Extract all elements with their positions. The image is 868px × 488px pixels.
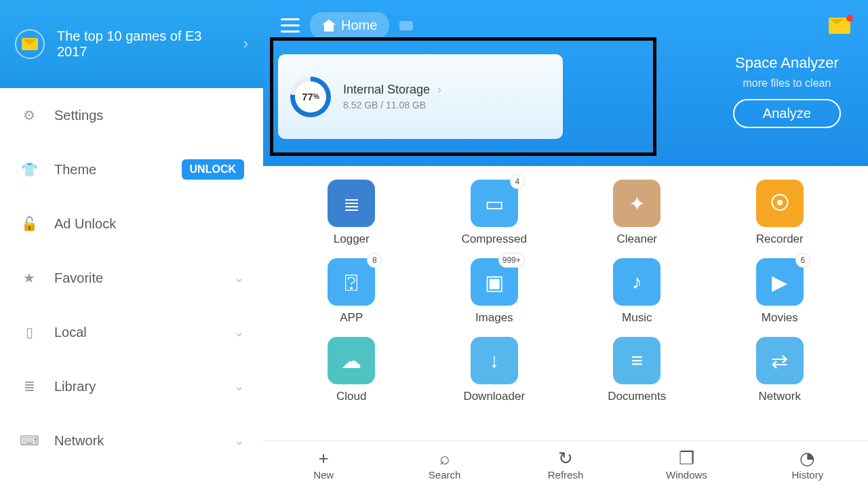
chevron-right-icon: › xyxy=(243,35,248,53)
star-icon: ★ xyxy=(19,268,39,288)
bottom-label: Refresh xyxy=(548,469,584,481)
chevron-right-icon: › xyxy=(437,83,441,96)
history-icon: ◔ xyxy=(799,449,816,467)
breadcrumb-chip[interactable] xyxy=(399,21,413,30)
space-analyzer: Space Analyzer more files to clean Analy… xyxy=(733,54,841,128)
tile-icon: ⍰8 xyxy=(328,258,375,306)
analyze-button[interactable]: Analyze xyxy=(733,99,841,128)
storage-ring: 77% xyxy=(290,77,331,117)
storage-sub: 8.52 GB / 11.08 GB xyxy=(343,100,441,110)
category-grid-area: ≣Logger▭4Compressed✦Cleaner⦿Recorder⍰8AP… xyxy=(263,166,868,441)
tile-icon: ↓ xyxy=(471,337,518,384)
tile-documents[interactable]: ≡Documents xyxy=(569,337,705,403)
windows-icon: ❐ xyxy=(677,449,695,467)
sidebar-item-theme[interactable]: 👕ThemeUNLOCK xyxy=(0,142,263,197)
sidebar-item-favorite[interactable]: ★Favorite⌄ xyxy=(0,251,263,305)
new-icon: + xyxy=(315,449,332,467)
tile-downloader[interactable]: ↓Downloader xyxy=(427,337,563,403)
sidebar-item-label: Local xyxy=(54,325,219,340)
sidebar-item-settings[interactable]: ⚙Settings xyxy=(0,88,263,142)
tile-label: Network xyxy=(759,390,801,403)
hero: Home 77% Internal Storage xyxy=(263,0,868,166)
sidebar-item-ad-unlock[interactable]: 🔓Ad Unlock xyxy=(0,197,263,251)
sidebar-item-label: Ad Unlock xyxy=(54,216,244,232)
sidebar-item-label: Favorite xyxy=(54,270,219,286)
gear-icon: ⚙ xyxy=(19,105,39,125)
sidebar-item-network[interactable]: ⌨Network⌄ xyxy=(0,413,263,468)
tile-badge: 8 xyxy=(367,253,382,268)
hamburger-icon[interactable] xyxy=(281,18,300,33)
tile-logger[interactable]: ≣Logger xyxy=(283,180,420,246)
tile-label: Movies xyxy=(762,311,798,325)
tile-icon: ♪ xyxy=(613,258,660,306)
tile-cloud[interactable]: ☁Cloud xyxy=(283,337,420,403)
bottom-refresh[interactable]: ↻Refresh xyxy=(505,441,626,488)
bottom-label: Search xyxy=(429,469,461,481)
router-icon: ⌨ xyxy=(19,430,39,451)
home-icon xyxy=(322,20,336,32)
storage-info: Internal Storage › 8.52 GB / 11.08 GB xyxy=(343,83,441,110)
tile-icon: ≡ xyxy=(613,337,660,384)
chevron-down-icon: ⌄ xyxy=(234,379,244,394)
storage-title: Internal Storage xyxy=(343,83,430,96)
chevron-down-icon: ⌄ xyxy=(234,325,244,340)
search-icon: ⌕ xyxy=(436,449,454,467)
unlock-badge: UNLOCK xyxy=(182,159,244,180)
tile-images[interactable]: ▣999+Images xyxy=(427,258,563,325)
mail-icon xyxy=(15,29,45,59)
breadcrumb-label: Home xyxy=(341,18,377,33)
mail-button[interactable] xyxy=(829,18,850,34)
chevron-down-icon: ⌄ xyxy=(234,433,244,448)
tile-label: Music xyxy=(622,311,652,325)
bottom-new[interactable]: +New xyxy=(263,441,384,488)
tile-label: Downloader xyxy=(463,390,525,403)
tile-label: Recorder xyxy=(756,232,804,246)
phone-icon: ▯ xyxy=(19,322,39,342)
promo-banner[interactable]: The top 10 games of E3 2017 › xyxy=(0,0,263,88)
tile-icon: ⦿ xyxy=(756,180,804,227)
sidebar-item-local[interactable]: ▯Local⌄ xyxy=(0,305,263,359)
storage-percent: 77% xyxy=(295,81,326,113)
tile-label: Logger xyxy=(334,232,370,246)
main-panel: Home 77% Internal Storage xyxy=(263,0,868,488)
tile-icon: ▣999+ xyxy=(471,258,518,306)
bottom-label: New xyxy=(313,469,334,481)
tile-label: Documents xyxy=(608,390,666,403)
tile-movies[interactable]: ▶6Movies xyxy=(712,258,848,325)
tile-icon: ☁ xyxy=(328,337,375,384)
tile-label: Images xyxy=(475,311,513,325)
sidebar-item-label: Network xyxy=(54,433,219,449)
promo-text: The top 10 games of E3 2017 xyxy=(57,28,231,60)
bottom-bar: +New⌕Search↻Refresh❐Windows◔History xyxy=(263,441,868,488)
breadcrumb-home[interactable]: Home xyxy=(310,12,389,39)
tile-icon: ⇄ xyxy=(756,337,804,384)
category-grid: ≣Logger▭4Compressed✦Cleaner⦿Recorder⍰8AP… xyxy=(283,180,848,403)
tile-compressed[interactable]: ▭4Compressed xyxy=(427,180,563,246)
tile-badge: 6 xyxy=(795,253,810,268)
tile-recorder[interactable]: ⦿Recorder xyxy=(712,180,848,246)
bottom-search[interactable]: ⌕Search xyxy=(384,441,505,488)
layers-icon: ≣ xyxy=(19,376,39,396)
storage-card[interactable]: 77% Internal Storage › 8.52 GB / 11.08 G… xyxy=(278,54,563,139)
tile-badge: 999+ xyxy=(498,253,525,268)
tile-icon: ≣ xyxy=(328,180,375,227)
tile-music[interactable]: ♪Music xyxy=(569,258,705,325)
notification-dot xyxy=(846,15,853,22)
refresh-icon: ↻ xyxy=(557,449,574,467)
bottom-label: Windows xyxy=(666,469,707,481)
tile-icon: ▭4 xyxy=(471,180,518,227)
tile-cleaner[interactable]: ✦Cleaner xyxy=(569,180,705,246)
shirt-icon: 👕 xyxy=(19,159,39,180)
analyzer-title: Space Analyzer xyxy=(735,54,839,72)
tile-network[interactable]: ⇄Network xyxy=(712,337,848,403)
analyzer-sub: more files to clean xyxy=(743,77,831,89)
bottom-history[interactable]: ◔History xyxy=(747,441,868,488)
tile-app[interactable]: ⍰8APP xyxy=(283,258,420,325)
tile-label: Compressed xyxy=(462,232,527,246)
tile-icon: ✦ xyxy=(613,180,660,227)
bottom-windows[interactable]: ❐Windows xyxy=(626,441,747,488)
sidebar-item-library[interactable]: ≣Library⌄ xyxy=(0,359,263,413)
tile-label: Cleaner xyxy=(616,232,657,246)
bottom-label: History xyxy=(791,469,823,481)
tile-badge: 4 xyxy=(510,174,525,189)
